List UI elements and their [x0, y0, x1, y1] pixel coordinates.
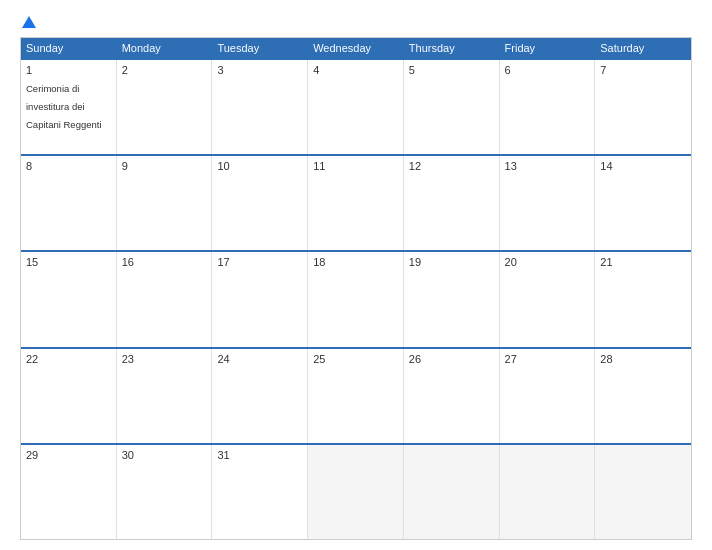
day-number: 18 — [313, 256, 398, 268]
day-number: 12 — [409, 160, 494, 172]
logo-triangle-icon — [22, 16, 36, 28]
day-cell: 26 — [404, 349, 500, 443]
day-cell: 21 — [595, 252, 691, 346]
day-cell: 4 — [308, 60, 404, 154]
day-header-sunday: Sunday — [21, 38, 117, 58]
event-text: Cerimonia di investitura dei Capitani Re… — [26, 83, 102, 130]
day-cell: 10 — [212, 156, 308, 250]
day-cell: 16 — [117, 252, 213, 346]
day-cell — [595, 445, 691, 539]
day-number: 16 — [122, 256, 207, 268]
day-header-thursday: Thursday — [404, 38, 500, 58]
day-header-friday: Friday — [500, 38, 596, 58]
day-number: 4 — [313, 64, 398, 76]
day-headers-row: SundayMondayTuesdayWednesdayThursdayFrid… — [21, 38, 691, 58]
day-cell: 18 — [308, 252, 404, 346]
day-number: 14 — [600, 160, 686, 172]
day-cell: 23 — [117, 349, 213, 443]
day-cell: 5 — [404, 60, 500, 154]
day-cell: 11 — [308, 156, 404, 250]
day-number: 2 — [122, 64, 207, 76]
day-number: 13 — [505, 160, 590, 172]
day-cell: 24 — [212, 349, 308, 443]
day-number: 11 — [313, 160, 398, 172]
day-header-saturday: Saturday — [595, 38, 691, 58]
day-number: 7 — [600, 64, 686, 76]
day-number: 29 — [26, 449, 111, 461]
day-cell: 15 — [21, 252, 117, 346]
day-number: 15 — [26, 256, 111, 268]
day-number: 26 — [409, 353, 494, 365]
day-number: 6 — [505, 64, 590, 76]
day-number: 31 — [217, 449, 302, 461]
day-cell: 27 — [500, 349, 596, 443]
day-number: 3 — [217, 64, 302, 76]
day-cell: 8 — [21, 156, 117, 250]
day-number: 10 — [217, 160, 302, 172]
week-row-1: 1Cerimonia di investitura dei Capitani R… — [21, 58, 691, 154]
day-cell: 25 — [308, 349, 404, 443]
day-cell: 19 — [404, 252, 500, 346]
day-number: 17 — [217, 256, 302, 268]
day-cell: 2 — [117, 60, 213, 154]
day-cell: 29 — [21, 445, 117, 539]
day-number: 1 — [26, 64, 111, 76]
day-number: 5 — [409, 64, 494, 76]
day-number: 25 — [313, 353, 398, 365]
day-number: 30 — [122, 449, 207, 461]
day-header-monday: Monday — [117, 38, 213, 58]
day-number: 21 — [600, 256, 686, 268]
day-cell: 31 — [212, 445, 308, 539]
day-cell: 3 — [212, 60, 308, 154]
day-number: 8 — [26, 160, 111, 172]
day-number: 20 — [505, 256, 590, 268]
day-cell: 7 — [595, 60, 691, 154]
day-cell: 30 — [117, 445, 213, 539]
day-cell — [404, 445, 500, 539]
day-cell: 6 — [500, 60, 596, 154]
day-cell — [500, 445, 596, 539]
day-cell: 20 — [500, 252, 596, 346]
day-cell — [308, 445, 404, 539]
weeks-container: 1Cerimonia di investitura dei Capitani R… — [21, 58, 691, 539]
day-cell: 28 — [595, 349, 691, 443]
day-cell: 12 — [404, 156, 500, 250]
week-row-5: 293031 — [21, 443, 691, 539]
logo — [20, 16, 36, 29]
header — [20, 16, 692, 29]
day-number: 19 — [409, 256, 494, 268]
day-cell: 1Cerimonia di investitura dei Capitani R… — [21, 60, 117, 154]
day-number: 9 — [122, 160, 207, 172]
day-number: 24 — [217, 353, 302, 365]
day-number: 23 — [122, 353, 207, 365]
day-cell: 13 — [500, 156, 596, 250]
day-number: 27 — [505, 353, 590, 365]
day-cell: 17 — [212, 252, 308, 346]
day-number: 22 — [26, 353, 111, 365]
day-number: 28 — [600, 353, 686, 365]
week-row-4: 22232425262728 — [21, 347, 691, 443]
day-cell: 14 — [595, 156, 691, 250]
calendar-page: SundayMondayTuesdayWednesdayThursdayFrid… — [0, 0, 712, 550]
week-row-3: 15161718192021 — [21, 250, 691, 346]
day-header-tuesday: Tuesday — [212, 38, 308, 58]
week-row-2: 891011121314 — [21, 154, 691, 250]
day-cell: 9 — [117, 156, 213, 250]
calendar-grid: SundayMondayTuesdayWednesdayThursdayFrid… — [20, 37, 692, 540]
day-cell: 22 — [21, 349, 117, 443]
day-header-wednesday: Wednesday — [308, 38, 404, 58]
